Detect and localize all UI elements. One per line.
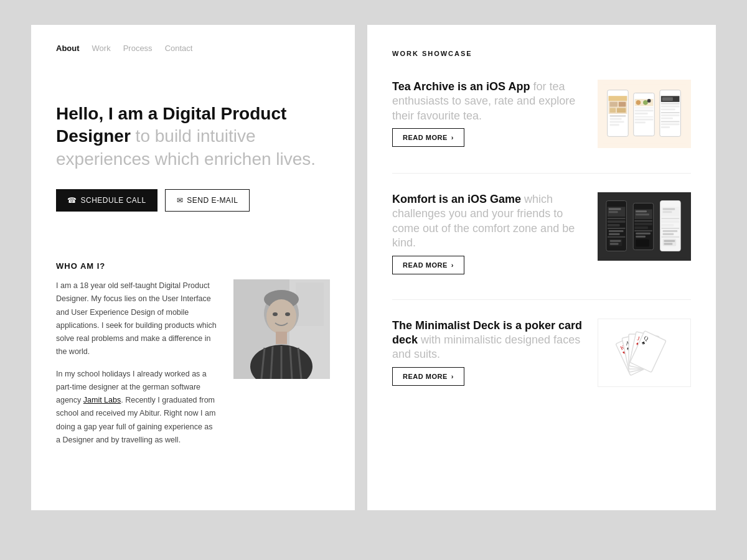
svg-rect-54 [609, 211, 618, 213]
svg-rect-8 [276, 332, 287, 344]
svg-rect-84 [663, 230, 678, 232]
svg-point-31 [647, 99, 651, 103]
svg-rect-37 [635, 121, 646, 123]
svg-rect-62 [609, 239, 622, 246]
svg-rect-73 [636, 233, 651, 235]
svg-rect-67 [636, 210, 647, 212]
svg-rect-88 [664, 240, 675, 242]
svg-rect-33 [635, 110, 654, 111]
who-heading: WHO AM I? [56, 261, 330, 271]
svg-rect-68 [636, 213, 649, 215]
jamit-labs-link[interactable]: Jamit Labs [83, 396, 121, 404]
arrow-icon: › [451, 373, 454, 380]
svg-rect-43 [661, 108, 675, 110]
svg-rect-25 [609, 121, 624, 123]
hero-title: Hello, I am a Digital Product Designer t… [56, 103, 330, 170]
svg-rect-60 [609, 233, 620, 235]
svg-rect-57 [608, 224, 620, 226]
svg-rect-72 [634, 230, 652, 231]
svg-rect-79 [663, 211, 672, 213]
komfort-thumbnail [598, 192, 691, 261]
svg-rect-46 [661, 118, 673, 119]
svg-rect-86 [662, 236, 680, 238]
komfort-mockup-svg [601, 195, 687, 258]
read-more-tea-button[interactable]: READ MORE › [392, 128, 464, 147]
svg-rect-19 [609, 102, 617, 107]
right-panel: WORK SHOWCASE Tea Archive is an iOS App … [367, 25, 716, 510]
svg-rect-2 [296, 282, 324, 326]
avatar-image [233, 279, 330, 379]
nav-about[interactable]: About [56, 44, 80, 53]
svg-rect-42 [661, 106, 680, 108]
svg-rect-36 [635, 119, 654, 121]
send-email-button[interactable]: ✉ SEND E-MAIL [165, 189, 250, 212]
svg-point-30 [643, 100, 648, 105]
svg-rect-81 [662, 220, 680, 223]
project-item: Komfort is an iOS Game which challenges … [392, 192, 691, 274]
svg-rect-23 [609, 115, 626, 117]
email-icon: ✉ [177, 196, 184, 205]
tea-archive-thumbnail [598, 80, 691, 148]
hero-section: Hello, I am a Digital Product Designer t… [31, 65, 355, 236]
svg-rect-83 [662, 228, 680, 229]
read-more-deck-button[interactable]: READ MORE › [392, 367, 464, 386]
project-content: The Minimalist Deck is a poker card deck… [392, 319, 585, 386]
schedule-call-button[interactable]: ☎ SCHEDULE CALL [56, 189, 157, 212]
nav-contact[interactable]: Contact [165, 44, 193, 53]
work-showcase-title: WORK SHOWCASE [392, 50, 691, 57]
svg-rect-40 [662, 97, 673, 101]
project-tea-archive: Tea Archive is an iOS App for tea enthus… [392, 80, 691, 148]
nav-work[interactable]: Work [92, 44, 111, 53]
svg-rect-89 [664, 243, 673, 245]
svg-rect-24 [609, 118, 621, 120]
tea-mockup-svg [603, 83, 686, 145]
who-para2: In my school holidays I already worked a… [56, 368, 218, 447]
svg-rect-34 [635, 113, 648, 114]
svg-rect-44 [661, 112, 680, 113]
project-komfort: Komfort is an iOS Game which challenges … [392, 192, 691, 274]
arrow-icon: › [451, 134, 454, 141]
arrow-icon: › [451, 261, 454, 269]
svg-rect-71 [634, 226, 648, 229]
deck-mockup-svg: K ♥ A ♠ [601, 322, 688, 384]
svg-rect-61 [608, 236, 626, 238]
main-nav: About Work Process Contact [31, 25, 355, 65]
svg-rect-21 [609, 108, 616, 113]
project-title: Tea Archive is an iOS App for tea enthus… [392, 80, 585, 123]
project-title: The Minimalist Deck is a poker card deck… [392, 319, 585, 362]
project-minimalist-deck: The Minimalist Deck is a poker card deck… [392, 319, 691, 387]
svg-rect-64 [610, 243, 619, 245]
svg-rect-18 [609, 96, 627, 101]
nav-process[interactable]: Process [123, 44, 153, 53]
svg-rect-20 [619, 102, 626, 107]
separator-1 [392, 173, 691, 174]
svg-rect-53 [609, 208, 621, 210]
svg-rect-78 [663, 208, 675, 210]
svg-rect-35 [635, 116, 654, 118]
hero-buttons: ☎ SCHEDULE CALL ✉ SEND E-MAIL [56, 189, 330, 212]
svg-point-6 [273, 312, 278, 316]
who-para1: I am a 18 year old self-taught Digital P… [56, 279, 218, 359]
svg-rect-58 [608, 228, 626, 229]
deck-thumbnail: K ♥ A ♠ [598, 319, 691, 387]
phone-icon: ☎ [67, 196, 77, 205]
project-content: Komfort is an iOS Game which challenges … [392, 192, 585, 274]
separator-2 [392, 299, 691, 300]
svg-rect-56 [608, 220, 626, 223]
svg-rect-75 [636, 240, 649, 247]
svg-rect-48 [661, 123, 680, 125]
svg-rect-85 [663, 233, 674, 235]
svg-rect-59 [609, 230, 624, 232]
svg-point-5 [266, 299, 296, 334]
avatar [233, 279, 330, 379]
svg-point-7 [285, 312, 290, 316]
read-more-komfort-button[interactable]: READ MORE › [392, 256, 464, 274]
svg-rect-22 [617, 108, 626, 113]
project-item: Tea Archive is an iOS App for tea enthus… [392, 80, 691, 148]
svg-rect-82 [662, 224, 674, 226]
svg-rect-41 [661, 103, 680, 105]
svg-rect-47 [661, 121, 680, 122]
left-panel: About Work Process Contact Hello, I am a… [31, 25, 355, 510]
who-inner: I am a 18 year old self-taught Digital P… [56, 279, 330, 447]
svg-rect-70 [634, 223, 652, 225]
